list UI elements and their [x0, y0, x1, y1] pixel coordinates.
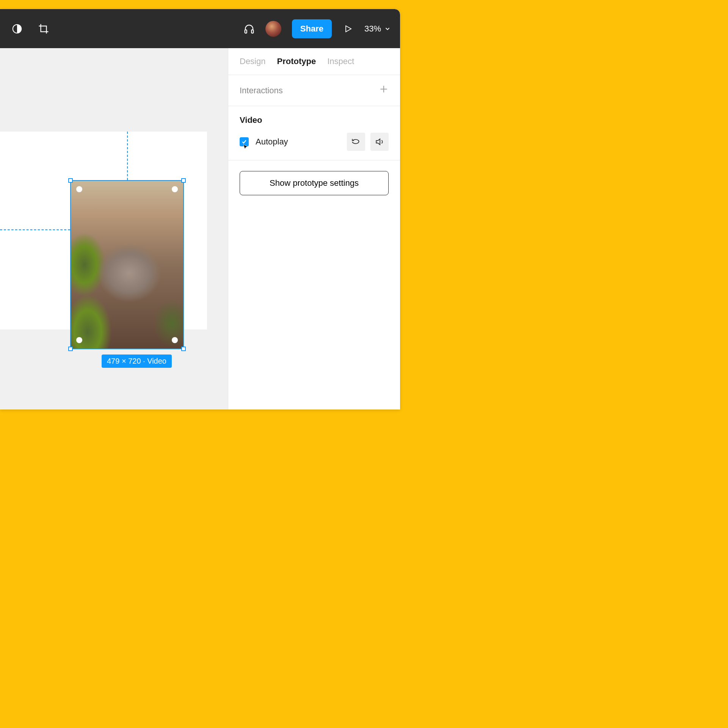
guide-horizontal	[0, 229, 70, 230]
panel-tabs: Design Prototype Inspect	[228, 48, 400, 75]
resize-handle[interactable]	[68, 347, 73, 351]
canvas[interactable]: 479 × 720 · Video	[0, 48, 228, 410]
autoplay-checkbox[interactable]	[240, 137, 249, 146]
headphones-icon[interactable]	[243, 23, 255, 35]
zoom-dropdown[interactable]: 33%	[364, 24, 392, 34]
video-section: Video Autoplay	[228, 106, 400, 160]
chevron-down-icon	[384, 25, 391, 32]
video-thumbnail	[71, 181, 183, 348]
corner-radius-handle[interactable]	[76, 186, 82, 192]
svg-rect-2	[251, 30, 253, 33]
add-interaction-button[interactable]	[379, 84, 389, 97]
crop-icon[interactable]	[38, 23, 49, 35]
sound-button[interactable]	[370, 133, 389, 151]
share-button[interactable]: Share	[292, 19, 332, 38]
cursor-icon	[243, 144, 249, 150]
resize-handle[interactable]	[181, 347, 186, 351]
app-window: Share 33%	[0, 9, 400, 410]
selection-dimensions-label: 479 × 720 · Video	[102, 355, 172, 368]
resize-handle[interactable]	[68, 178, 73, 183]
tab-inspect[interactable]: Inspect	[327, 56, 354, 66]
play-icon[interactable]	[342, 23, 354, 35]
avatar[interactable]	[265, 21, 281, 37]
corner-radius-handle[interactable]	[76, 337, 82, 343]
interactions-section: Interactions	[228, 75, 400, 106]
autoplay-label: Autoplay	[256, 137, 288, 147]
show-prototype-settings-button[interactable]: Show prototype settings	[240, 171, 389, 195]
resize-handle[interactable]	[181, 178, 186, 183]
loop-button[interactable]	[347, 133, 365, 151]
zoom-value: 33%	[364, 24, 381, 34]
corner-radius-handle[interactable]	[172, 186, 178, 192]
guide-vertical	[127, 132, 128, 180]
right-panel: Design Prototype Inspect Interactions Vi…	[228, 48, 400, 410]
svg-rect-1	[245, 30, 247, 33]
interactions-title: Interactions	[240, 86, 283, 96]
video-title: Video	[240, 115, 389, 125]
contrast-icon[interactable]	[11, 23, 23, 35]
selected-video-layer[interactable]	[70, 180, 184, 349]
toolbar: Share 33%	[0, 9, 400, 48]
corner-radius-handle[interactable]	[172, 337, 178, 343]
tab-design[interactable]: Design	[240, 56, 265, 66]
tab-prototype[interactable]: Prototype	[277, 56, 316, 66]
